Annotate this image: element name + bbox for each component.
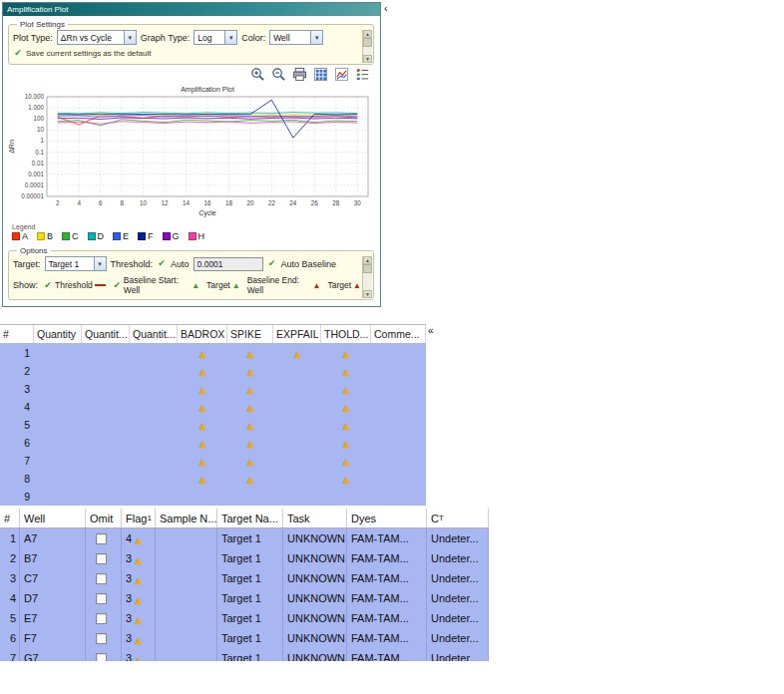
scrollbar[interactable] — [362, 30, 372, 63]
omit-checkbox[interactable] — [96, 653, 107, 662]
show-item[interactable]: Baseline End: Well — [247, 275, 321, 295]
scrollbar-thumb[interactable] — [363, 38, 372, 47]
omit-checkbox[interactable] — [96, 553, 107, 564]
plate-grid-icon[interactable] — [313, 67, 328, 82]
flag-table-row[interactable]: 9 — [0, 488, 426, 506]
scrollbar-thumb[interactable] — [363, 264, 372, 273]
well-column-header-flag[interactable]: Flag1 — [122, 509, 156, 527]
flag-column-header[interactable]: EXPFAIL — [273, 325, 321, 343]
well-column-header-task[interactable]: Task — [283, 509, 347, 527]
flag-table-row[interactable]: 5 — [0, 416, 426, 434]
well-column-header-dyes[interactable]: Dyes — [347, 509, 427, 527]
flag-column-header[interactable]: Quantity — [34, 325, 82, 343]
omit-checkbox[interactable] — [96, 613, 107, 624]
well-table-row[interactable]: 3C73Target 1UNKNOWNFAM-TAM...Undeter... — [0, 568, 489, 588]
dyes-cell: FAM-TAM... — [347, 548, 427, 568]
scrollbar[interactable] — [362, 256, 372, 298]
chevron-down-icon[interactable] — [94, 257, 106, 270]
warning-triangle-icon — [133, 634, 144, 646]
svg-text:20: 20 — [246, 199, 254, 206]
graph-type-select[interactable]: Log — [194, 30, 237, 45]
well-column-header-num[interactable]: # — [0, 509, 20, 527]
flag-column-header[interactable]: Quantit... — [130, 325, 178, 343]
chevron-down-icon[interactable] — [224, 31, 236, 44]
scroll-down-icon[interactable] — [363, 290, 372, 298]
warning-triangle-icon — [197, 344, 208, 362]
well-column-header-target[interactable]: Target Na... — [217, 509, 283, 527]
flag-cell — [34, 380, 82, 398]
flag-column-header[interactable]: BADROX — [178, 325, 227, 343]
omit-checkbox[interactable] — [96, 633, 107, 644]
show-items: ThresholdBaseline Start: WellTargetBasel… — [43, 275, 361, 295]
flag-table-row[interactable]: 3 — [0, 380, 426, 398]
flag-column-header[interactable]: SPIKE — [227, 325, 273, 343]
omit-checkbox[interactable] — [96, 573, 107, 584]
scrollbar-track[interactable] — [363, 264, 372, 290]
scroll-up-icon[interactable] — [363, 30, 372, 38]
well-column-header-ct[interactable]: CT — [427, 509, 489, 527]
color-select[interactable]: Well — [269, 30, 323, 45]
flag-cell — [34, 344, 82, 362]
flag-table-row[interactable]: 1 — [0, 344, 426, 362]
omit-checkbox[interactable] — [96, 593, 107, 604]
auto-baseline-checkbox[interactable] — [267, 259, 277, 269]
flag-table-row[interactable]: 6 — [0, 434, 426, 452]
flag-cell — [227, 452, 273, 470]
svg-text:1.000: 1.000 — [28, 104, 44, 111]
print-icon[interactable] — [292, 67, 307, 82]
well-table-row[interactable]: 6F73Target 1UNKNOWNFAM-TAM...Undeter... — [0, 628, 489, 648]
chevron-down-icon[interactable] — [310, 31, 322, 44]
scrollbar-track[interactable] — [363, 38, 372, 55]
threshold-input[interactable] — [194, 257, 263, 271]
well-table-row[interactable]: 2B73Target 1UNKNOWNFAM-TAM...Undeter... — [0, 548, 489, 568]
auto-threshold-checkbox[interactable] — [157, 259, 167, 269]
zoom-out-icon[interactable] — [271, 67, 286, 82]
window-titlebar[interactable]: Amplification Plot — [3, 3, 380, 16]
flag-cell — [371, 344, 426, 362]
well-table-row[interactable]: 7G73Target 1UNKNOWNFAM-TAM...Undeter... — [0, 648, 489, 661]
flag-column-header[interactable]: Comme... — [371, 325, 426, 343]
show-item[interactable]: Target — [206, 280, 240, 290]
target-select[interactable]: Target 1 — [45, 256, 107, 271]
show-item[interactable]: Baseline Start: Well — [113, 275, 199, 295]
legend-list-icon[interactable] — [355, 67, 370, 82]
checkbox-checked-icon[interactable] — [113, 280, 122, 290]
flag-table-row[interactable]: 4 — [0, 398, 426, 416]
flag-column-header[interactable]: Quantit... — [82, 325, 130, 343]
flag-table-row[interactable]: 2 — [0, 362, 426, 380]
flag-cell — [178, 434, 227, 452]
flag-cell — [178, 380, 227, 398]
show-item[interactable]: Target — [327, 280, 361, 290]
scroll-up-icon[interactable] — [363, 256, 372, 264]
chart-icon[interactable] — [334, 67, 349, 82]
show-item[interactable]: Threshold — [43, 280, 106, 290]
ct-cell: Undeter... — [427, 648, 489, 661]
scroll-down-icon[interactable] — [363, 55, 372, 63]
show-item-label: Baseline Start: Well — [124, 275, 190, 295]
panel-collapse-icon[interactable] — [428, 325, 434, 336]
amplification-chart[interactable]: 10.0001.0001001010.10.010.0010.00010.000… — [7, 83, 374, 222]
well-column-header-omit[interactable]: Omit — [86, 509, 122, 527]
well-table-row[interactable]: 1A74Target 1UNKNOWNFAM-TAM...Undeter... — [0, 528, 489, 548]
flag-cell — [178, 416, 227, 434]
task-cell: UNKNOWN — [283, 548, 347, 568]
well-table-row[interactable]: 5E73Target 1UNKNOWNFAM-TAM...Undeter... — [0, 608, 489, 628]
window-collapse-icon[interactable] — [384, 2, 388, 14]
flag-column-header[interactable]: # — [0, 325, 34, 343]
well-column-header-sample[interactable]: Sample N... — [156, 509, 217, 527]
well-table-row[interactable]: 4D73Target 1UNKNOWNFAM-TAM...Undeter... — [0, 588, 489, 608]
omit-checkbox[interactable] — [96, 533, 107, 544]
dyes-cell: FAM-TAM... — [347, 588, 427, 608]
zoom-in-icon[interactable] — [250, 67, 265, 82]
dyes-cell: FAM-TAM... — [347, 648, 427, 661]
well-column-header-well[interactable]: Well — [20, 509, 86, 527]
flag-table-row[interactable]: 8 — [0, 470, 426, 488]
save-settings-checkbox[interactable] — [13, 48, 23, 58]
flag-table-row[interactable]: 7 — [0, 452, 426, 470]
chevron-down-icon[interactable] — [124, 31, 136, 44]
checkbox-checked-icon[interactable] — [43, 280, 53, 290]
flag-column-header[interactable]: THOLD... — [321, 325, 371, 343]
row-number: 2 — [0, 362, 34, 380]
graph-type-label: Graph Type: — [141, 33, 190, 43]
plot-type-select[interactable]: ΔRn vs Cycle — [57, 30, 137, 45]
